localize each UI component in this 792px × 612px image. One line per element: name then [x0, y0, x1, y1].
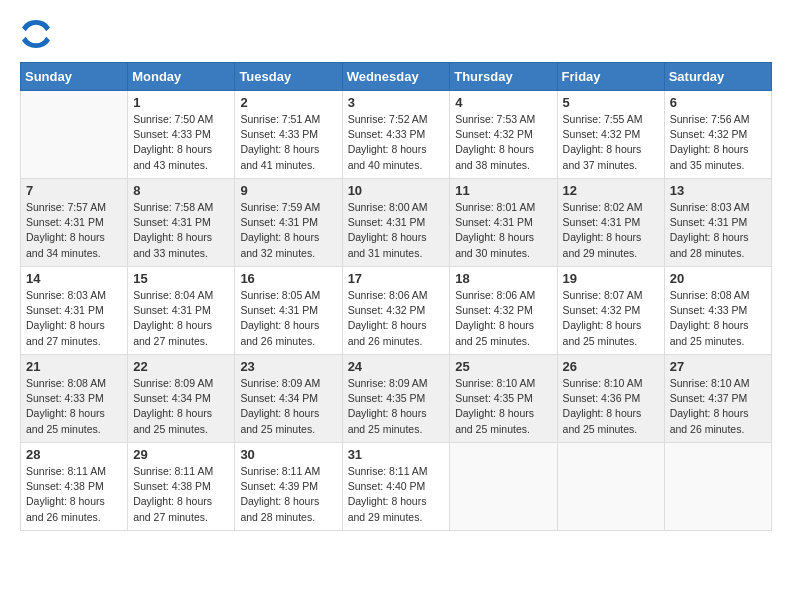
day-detail: Sunrise: 8:09 AMSunset: 4:35 PMDaylight:…: [348, 376, 445, 437]
day-detail: Sunrise: 8:10 AMSunset: 4:37 PMDaylight:…: [670, 376, 766, 437]
day-number: 5: [563, 95, 659, 110]
calendar-cell: 24Sunrise: 8:09 AMSunset: 4:35 PMDayligh…: [342, 355, 450, 443]
calendar-cell: 7Sunrise: 7:57 AMSunset: 4:31 PMDaylight…: [21, 179, 128, 267]
day-detail: Sunrise: 8:11 AMSunset: 4:40 PMDaylight:…: [348, 464, 445, 525]
day-detail: Sunrise: 8:10 AMSunset: 4:35 PMDaylight:…: [455, 376, 551, 437]
day-detail: Sunrise: 7:55 AMSunset: 4:32 PMDaylight:…: [563, 112, 659, 173]
calendar-cell: 27Sunrise: 8:10 AMSunset: 4:37 PMDayligh…: [664, 355, 771, 443]
header-sunday: Sunday: [21, 63, 128, 91]
day-number: 11: [455, 183, 551, 198]
day-detail: Sunrise: 7:58 AMSunset: 4:31 PMDaylight:…: [133, 200, 229, 261]
calendar-cell: 10Sunrise: 8:00 AMSunset: 4:31 PMDayligh…: [342, 179, 450, 267]
day-number: 25: [455, 359, 551, 374]
calendar-cell: 18Sunrise: 8:06 AMSunset: 4:32 PMDayligh…: [450, 267, 557, 355]
calendar-cell: 11Sunrise: 8:01 AMSunset: 4:31 PMDayligh…: [450, 179, 557, 267]
day-detail: Sunrise: 8:00 AMSunset: 4:31 PMDaylight:…: [348, 200, 445, 261]
day-number: 20: [670, 271, 766, 286]
day-number: 9: [240, 183, 336, 198]
day-number: 10: [348, 183, 445, 198]
day-number: 6: [670, 95, 766, 110]
day-number: 1: [133, 95, 229, 110]
calendar-cell: 4Sunrise: 7:53 AMSunset: 4:32 PMDaylight…: [450, 91, 557, 179]
logo: [20, 20, 50, 52]
week-row-3: 14Sunrise: 8:03 AMSunset: 4:31 PMDayligh…: [21, 267, 772, 355]
day-number: 8: [133, 183, 229, 198]
calendar-cell: 14Sunrise: 8:03 AMSunset: 4:31 PMDayligh…: [21, 267, 128, 355]
day-number: 21: [26, 359, 122, 374]
day-number: 4: [455, 95, 551, 110]
day-detail: Sunrise: 8:08 AMSunset: 4:33 PMDaylight:…: [26, 376, 122, 437]
day-number: 15: [133, 271, 229, 286]
day-number: 27: [670, 359, 766, 374]
day-detail: Sunrise: 8:04 AMSunset: 4:31 PMDaylight:…: [133, 288, 229, 349]
day-detail: Sunrise: 7:52 AMSunset: 4:33 PMDaylight:…: [348, 112, 445, 173]
day-detail: Sunrise: 8:05 AMSunset: 4:31 PMDaylight:…: [240, 288, 336, 349]
day-number: 26: [563, 359, 659, 374]
calendar-cell: 6Sunrise: 7:56 AMSunset: 4:32 PMDaylight…: [664, 91, 771, 179]
calendar-cell: [450, 443, 557, 531]
calendar-cell: 23Sunrise: 8:09 AMSunset: 4:34 PMDayligh…: [235, 355, 342, 443]
page-header: [20, 20, 772, 52]
calendar-cell: 8Sunrise: 7:58 AMSunset: 4:31 PMDaylight…: [128, 179, 235, 267]
day-detail: Sunrise: 7:51 AMSunset: 4:33 PMDaylight:…: [240, 112, 336, 173]
day-detail: Sunrise: 7:56 AMSunset: 4:32 PMDaylight:…: [670, 112, 766, 173]
calendar-cell: 1Sunrise: 7:50 AMSunset: 4:33 PMDaylight…: [128, 91, 235, 179]
day-number: 3: [348, 95, 445, 110]
calendar-cell: [664, 443, 771, 531]
day-detail: Sunrise: 8:11 AMSunset: 4:39 PMDaylight:…: [240, 464, 336, 525]
calendar-cell: 2Sunrise: 7:51 AMSunset: 4:33 PMDaylight…: [235, 91, 342, 179]
header-thursday: Thursday: [450, 63, 557, 91]
calendar-cell: 22Sunrise: 8:09 AMSunset: 4:34 PMDayligh…: [128, 355, 235, 443]
calendar-cell: 5Sunrise: 7:55 AMSunset: 4:32 PMDaylight…: [557, 91, 664, 179]
header-tuesday: Tuesday: [235, 63, 342, 91]
day-number: 31: [348, 447, 445, 462]
day-number: 18: [455, 271, 551, 286]
calendar-cell: 30Sunrise: 8:11 AMSunset: 4:39 PMDayligh…: [235, 443, 342, 531]
day-number: 17: [348, 271, 445, 286]
day-detail: Sunrise: 8:03 AMSunset: 4:31 PMDaylight:…: [26, 288, 122, 349]
day-detail: Sunrise: 8:06 AMSunset: 4:32 PMDaylight:…: [348, 288, 445, 349]
header-friday: Friday: [557, 63, 664, 91]
day-number: 7: [26, 183, 122, 198]
calendar-cell: 15Sunrise: 8:04 AMSunset: 4:31 PMDayligh…: [128, 267, 235, 355]
calendar-cell: 31Sunrise: 8:11 AMSunset: 4:40 PMDayligh…: [342, 443, 450, 531]
calendar-cell: 28Sunrise: 8:11 AMSunset: 4:38 PMDayligh…: [21, 443, 128, 531]
day-detail: Sunrise: 8:11 AMSunset: 4:38 PMDaylight:…: [26, 464, 122, 525]
calendar-cell: [557, 443, 664, 531]
day-number: 16: [240, 271, 336, 286]
calendar-cell: 3Sunrise: 7:52 AMSunset: 4:33 PMDaylight…: [342, 91, 450, 179]
calendar-cell: 20Sunrise: 8:08 AMSunset: 4:33 PMDayligh…: [664, 267, 771, 355]
calendar-cell: 17Sunrise: 8:06 AMSunset: 4:32 PMDayligh…: [342, 267, 450, 355]
day-detail: Sunrise: 8:09 AMSunset: 4:34 PMDaylight:…: [240, 376, 336, 437]
day-detail: Sunrise: 8:03 AMSunset: 4:31 PMDaylight:…: [670, 200, 766, 261]
day-detail: Sunrise: 8:08 AMSunset: 4:33 PMDaylight:…: [670, 288, 766, 349]
calendar-cell: 16Sunrise: 8:05 AMSunset: 4:31 PMDayligh…: [235, 267, 342, 355]
day-detail: Sunrise: 8:07 AMSunset: 4:32 PMDaylight:…: [563, 288, 659, 349]
day-number: 2: [240, 95, 336, 110]
calendar-cell: 26Sunrise: 8:10 AMSunset: 4:36 PMDayligh…: [557, 355, 664, 443]
day-number: 23: [240, 359, 336, 374]
logo-icon: [22, 20, 50, 48]
day-number: 12: [563, 183, 659, 198]
day-number: 30: [240, 447, 336, 462]
day-detail: Sunrise: 8:01 AMSunset: 4:31 PMDaylight:…: [455, 200, 551, 261]
day-number: 24: [348, 359, 445, 374]
calendar-cell: 13Sunrise: 8:03 AMSunset: 4:31 PMDayligh…: [664, 179, 771, 267]
calendar-cell: [21, 91, 128, 179]
day-number: 19: [563, 271, 659, 286]
day-detail: Sunrise: 7:53 AMSunset: 4:32 PMDaylight:…: [455, 112, 551, 173]
day-number: 28: [26, 447, 122, 462]
day-detail: Sunrise: 8:11 AMSunset: 4:38 PMDaylight:…: [133, 464, 229, 525]
week-row-4: 21Sunrise: 8:08 AMSunset: 4:33 PMDayligh…: [21, 355, 772, 443]
day-detail: Sunrise: 7:59 AMSunset: 4:31 PMDaylight:…: [240, 200, 336, 261]
week-row-5: 28Sunrise: 8:11 AMSunset: 4:38 PMDayligh…: [21, 443, 772, 531]
calendar-cell: 21Sunrise: 8:08 AMSunset: 4:33 PMDayligh…: [21, 355, 128, 443]
calendar-cell: 19Sunrise: 8:07 AMSunset: 4:32 PMDayligh…: [557, 267, 664, 355]
day-detail: Sunrise: 8:10 AMSunset: 4:36 PMDaylight:…: [563, 376, 659, 437]
day-detail: Sunrise: 8:06 AMSunset: 4:32 PMDaylight:…: [455, 288, 551, 349]
calendar-table: SundayMondayTuesdayWednesdayThursdayFrid…: [20, 62, 772, 531]
header-monday: Monday: [128, 63, 235, 91]
week-row-2: 7Sunrise: 7:57 AMSunset: 4:31 PMDaylight…: [21, 179, 772, 267]
day-number: 14: [26, 271, 122, 286]
day-number: 22: [133, 359, 229, 374]
